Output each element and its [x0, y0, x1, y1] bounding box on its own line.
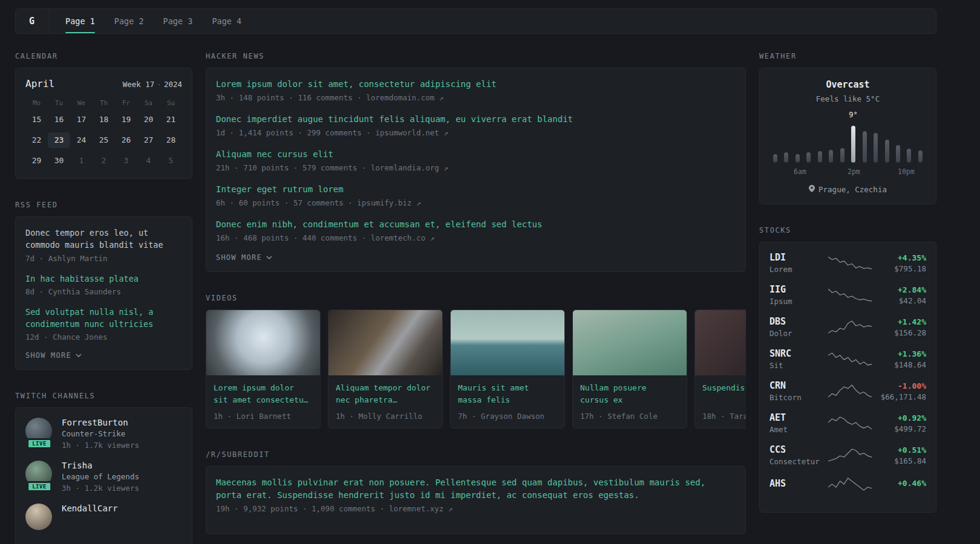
- twitch-channel-name[interactable]: Trisha: [62, 461, 139, 470]
- hn-meta-text: 16h · 468 points · 440 comments ·: [216, 233, 366, 242]
- hn-item: Donec enim nibh, condimentum et accumsan…: [216, 218, 736, 242]
- weather-bar-chart: [773, 124, 923, 163]
- video-title[interactable]: Mauris sit amet massa felis: [458, 382, 557, 407]
- calendar-day: 24: [70, 132, 93, 148]
- weather-bar: [840, 148, 844, 163]
- stock-name: Amet: [769, 425, 824, 434]
- stock-row[interactable]: AHS +0.46%: [769, 476, 926, 492]
- hn-source-link[interactable]: loremtech.co ↗: [371, 233, 434, 242]
- video-card[interactable]: Lorem ipsum dolor sit amet consectetu… 1…: [206, 309, 321, 429]
- top-nav: G Page 1 Page 2 Page 3 Page 4: [15, 8, 936, 34]
- stock-row[interactable]: CCSConsectetur +0.51%$165.84: [769, 444, 926, 466]
- external-link-icon: ↗: [443, 128, 448, 137]
- video-title[interactable]: Aliquam tempor dolor nec pharetra…: [336, 382, 435, 407]
- rss-item-meta: 12d · Chance Jones: [25, 332, 182, 342]
- tab-page-3[interactable]: Page 3: [163, 9, 193, 33]
- weather-bar: [874, 133, 878, 163]
- weather-time-label: 2pm: [848, 167, 860, 176]
- hn-source-link[interactable]: ipsumworld.net ↗: [375, 128, 448, 137]
- video-card[interactable]: Nullam posuere cursus ex 17h · Stefan Co…: [572, 309, 687, 429]
- stock-row[interactable]: LDILorem +4.35%$795.18: [769, 252, 926, 274]
- rss-item-title[interactable]: In hac habitasse platea: [25, 273, 182, 285]
- hn-show-more-button[interactable]: SHOW MORE: [216, 253, 736, 262]
- widget-title-twitch: TWITCH CHANNELS: [15, 392, 192, 400]
- video-thumbnail[interactable]: [328, 310, 442, 375]
- video-card[interactable]: Mauris sit amet massa felis 7h · Grayson…: [450, 309, 565, 429]
- stock-symbol: CCS: [769, 444, 824, 455]
- stock-row[interactable]: CRNBitcorn -1.00%$66,171.48: [769, 380, 926, 402]
- calendar-dow: We: [70, 99, 93, 107]
- hn-source-link[interactable]: ipsumify.biz ↗: [357, 198, 420, 207]
- calendar-day: 15: [25, 112, 48, 128]
- avatar[interactable]: [25, 504, 52, 530]
- stock-price: $499.72: [875, 424, 926, 433]
- hn-domain: loremlandia.org: [371, 163, 439, 172]
- calendar-week-year: Week 17·2024: [123, 80, 182, 89]
- widget-title-videos: VIDEOS: [206, 294, 746, 302]
- hn-item-title[interactable]: Integer eget rutrum lorem: [216, 183, 736, 196]
- stock-sparkline: [828, 383, 872, 399]
- stock-row[interactable]: IIGIpsum +2.84%$42.04: [769, 284, 926, 306]
- external-link-icon: ↗: [443, 163, 448, 172]
- stock-sparkline: [828, 319, 872, 335]
- video-card[interactable]: Suspendisse diam 18h · Tara: [694, 309, 746, 429]
- twitch-channel-row[interactable]: LIVE ForrestBurton Counter-Strike 1h · 1…: [25, 418, 182, 450]
- hn-domain: ipsumify.biz: [357, 198, 411, 207]
- video-thumbnail[interactable]: [695, 310, 746, 375]
- video-title[interactable]: Nullam posuere cursus ex: [580, 382, 679, 407]
- rss-item-meta: 7d · Ashlyn Martin: [25, 254, 182, 263]
- external-link-icon: ↗: [448, 504, 453, 513]
- tab-page-2[interactable]: Page 2: [114, 9, 144, 33]
- hn-item-title[interactable]: Aliquam nec cursus elit: [216, 148, 736, 161]
- stocks-widget: STOCKS LDILorem +4.35%$795.18 IIGIpsum +…: [759, 226, 936, 513]
- twitch-channel-row[interactable]: LIVE Trisha League of Legends 3h · 1.2k …: [25, 461, 182, 493]
- widget-title-calendar: CALENDAR: [15, 52, 192, 60]
- reddit-source-link[interactable]: loremnet.xyz ↗: [389, 504, 452, 513]
- widget-title-subreddit: /R/SUBREDDIT: [206, 450, 746, 459]
- twitch-widget: TWITCH CHANNELS LIVE ForrestBurton Count…: [15, 392, 192, 544]
- video-title[interactable]: Lorem ipsum dolor sit amet consectetu…: [214, 382, 313, 407]
- widget-title-hacker-news: HACKER NEWS: [206, 52, 746, 60]
- twitch-channel-name[interactable]: ForrestBurton: [62, 418, 139, 427]
- stock-row[interactable]: AETAmet +0.92%$499.72: [769, 412, 926, 434]
- hn-item: Lorem ipsum dolor sit amet, consectetur …: [216, 78, 736, 102]
- weather-bar: [851, 126, 855, 163]
- calendar-day: 19: [115, 112, 137, 128]
- stock-change: +0.46%: [875, 479, 926, 488]
- stock-row[interactable]: SNRCSit +1.36%$148.64: [769, 348, 926, 370]
- stock-symbol: SNRC: [769, 348, 824, 359]
- video-thumbnail[interactable]: [451, 310, 564, 375]
- stock-row[interactable]: DBSDolor +1.42%$156.28: [769, 316, 926, 338]
- twitch-avatar-wrap: LIVE: [25, 418, 53, 449]
- hn-item-title[interactable]: Lorem ipsum dolor sit amet, consectetur …: [216, 78, 736, 91]
- dashboard-page: G Page 1 Page 2 Page 3 Page 4 CALENDAR A…: [0, 0, 980, 544]
- hn-item-title[interactable]: Donec enim nibh, condimentum et accumsan…: [216, 218, 736, 231]
- rss-item-title[interactable]: Sed volutpat nulla nisl, a condimentum n…: [25, 306, 182, 331]
- video-title[interactable]: Suspendisse diam: [702, 382, 746, 407]
- weather-bar: [818, 151, 822, 163]
- hacker-news-card: Lorem ipsum dolor sit amet, consectetur …: [206, 68, 746, 272]
- rss-show-more-button[interactable]: SHOW MORE: [25, 351, 182, 360]
- stock-change: +4.35%: [875, 253, 926, 262]
- tab-page-1[interactable]: Page 1: [65, 9, 95, 33]
- hn-item-title[interactable]: Donec imperdiet augue tincidunt felis al…: [216, 113, 736, 126]
- video-card[interactable]: Aliquam tempor dolor nec pharetra… 1h · …: [328, 309, 443, 429]
- twitch-channel-name[interactable]: KendallCarr: [62, 504, 118, 513]
- reddit-post-title[interactable]: Maecenas mollis pulvinar erat non posuer…: [216, 476, 736, 502]
- weather-time-axis: 6am 2pm 10pm: [773, 167, 923, 176]
- twitch-channel-row[interactable]: KendallCarr: [25, 504, 182, 535]
- stock-change: +2.84%: [875, 285, 926, 294]
- weather-time-label: 10pm: [898, 167, 915, 176]
- rss-card: Donec tempor eros leo, ut commodo mauris…: [15, 216, 192, 370]
- video-thumbnail[interactable]: [573, 310, 687, 375]
- tab-page-4[interactable]: Page 4: [212, 9, 241, 33]
- hn-source-link[interactable]: loremdomain.com ↗: [366, 93, 443, 102]
- video-thumbnail[interactable]: [206, 310, 320, 375]
- calendar-day-next-month: 3: [115, 153, 137, 169]
- stock-sparkline: [828, 415, 872, 431]
- hn-source-link[interactable]: loremlandia.org ↗: [371, 163, 448, 172]
- weather-bar: [907, 149, 911, 163]
- hn-item-meta: 3h · 148 points · 116 comments · loremdo…: [216, 93, 736, 102]
- rss-widget: RSS FEED Donec tempor eros leo, ut commo…: [15, 201, 192, 370]
- rss-item-title[interactable]: Donec tempor eros leo, ut commodo mauris…: [25, 227, 182, 251]
